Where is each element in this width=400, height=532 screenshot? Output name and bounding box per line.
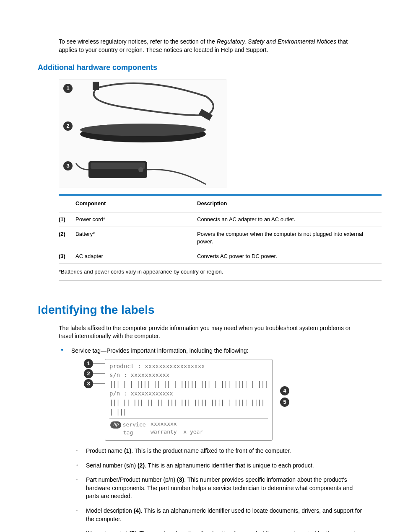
sub-desc: . This number describes the duration (in… — [136, 530, 361, 532]
callout-badge-1: 1 — [84, 359, 93, 368]
product-line: product : xxxxxxxxxxxxxxxxx — [109, 362, 268, 371]
service-text2: tag — [123, 429, 133, 436]
row-desc: Connects an AC adapter to an AC outlet. — [197, 212, 382, 227]
sub-desc: . This is an alphanumeric identifier tha… — [145, 462, 314, 469]
sub-desc: . This is the product name affixed to th… — [131, 447, 291, 454]
list-item: Model description (4). This is an alphan… — [71, 507, 362, 523]
row-name: Battery* — [75, 227, 197, 249]
callout-badge-5: 5 — [280, 398, 289, 407]
row-desc: Powers the computer when the computer is… — [197, 227, 382, 249]
row-name: Power cord* — [75, 212, 197, 227]
pn-line: p/n : xxxxxxxxxxxx — [109, 390, 173, 397]
sub-label: Part number/Product number (p/n) — [86, 476, 177, 483]
svg-rect-0 — [199, 109, 213, 121]
sub-num: (1) — [124, 447, 131, 454]
service-tag-intro: Service tag—Provides important informati… — [71, 347, 249, 354]
table-header-description: Description — [197, 195, 382, 212]
svg-point-3 — [80, 124, 206, 136]
sub-num: (2) — [138, 462, 145, 469]
table-footnote: *Batteries and power cords vary in appea… — [59, 264, 382, 280]
list-item: Service tag—Provides important informati… — [59, 347, 362, 532]
list-item: Serial number (s/n) (2). This is an alph… — [71, 462, 362, 470]
intro-paragraph: To see wireless regulatory notices, refe… — [59, 38, 362, 54]
sub-label: Model description — [86, 507, 134, 514]
table-row: (1) Power cord* Connects an AC adapter t… — [59, 212, 382, 227]
sub-list: Product name (1). This is the product na… — [71, 447, 362, 532]
table-header-component: Component — [75, 195, 197, 212]
row-num: (1) — [59, 212, 75, 227]
row-name: AC adapter — [75, 249, 197, 264]
callout-badge-4: 4 — [280, 386, 289, 395]
sn-line: s/n : xxxxxxxxxxx — [109, 372, 169, 378]
callout-badge-2: 2 — [84, 369, 93, 378]
row-desc: Converts AC power to DC power. — [197, 249, 382, 264]
svg-rect-1 — [93, 82, 99, 90]
barcode-icon: ||| | | |||| || || | ||||| ||| | ||| |||… — [109, 380, 268, 389]
svg-point-6 — [138, 167, 143, 172]
sub-label: Product name — [86, 447, 124, 454]
list-item: Warranty period (5). This number describ… — [71, 529, 362, 532]
major-heading-identifying-labels: Identifying the labels — [38, 302, 362, 318]
intro-text-part1: To see wireless regulatory notices, refe… — [59, 38, 217, 45]
list-item: Part number/Product number (p/n) (3). Th… — [71, 476, 362, 501]
svg-rect-5 — [91, 163, 145, 169]
sub-label: Warranty period — [86, 530, 129, 532]
warranty-value: x year — [183, 429, 203, 435]
barcode-icon: ||| || ||| || || ||| ||| |||| |||| | |||… — [109, 398, 268, 417]
list-item: Product name (1). This is the product na… — [71, 447, 362, 455]
service-text1: service — [123, 421, 146, 428]
hp-logo-icon: hp — [110, 421, 121, 429]
service-tag-illustration: 1 2 3 4 5 product : xxxxxxxxxxxxxxxxx s/… — [84, 359, 289, 441]
hardware-components-illustration: 1 2 3 — [59, 79, 226, 188]
section-heading-additional-hardware: Additional hardware components — [38, 62, 362, 73]
sub-num: (5) — [129, 530, 136, 532]
intro-italic: Regulatory, Safety and Environmental Not… — [217, 38, 336, 45]
row-num: (3) — [59, 249, 75, 264]
labels-intro-paragraph: The labels affixed to the computer provi… — [59, 324, 362, 341]
sub-label: Serial number (s/n) — [86, 462, 138, 469]
model-text: xxxxxxxx — [151, 421, 177, 427]
sub-num: (3) — [177, 476, 184, 483]
component-table: Component Description (1) Power cord* Co… — [59, 194, 382, 280]
sub-num: (4) — [134, 507, 141, 514]
table-row: (3) AC adapter Converts AC power to DC p… — [59, 249, 382, 264]
warranty-label: warranty — [151, 429, 177, 435]
callout-badge-3: 3 — [84, 379, 93, 388]
table-row: (2) Battery* Powers the computer when th… — [59, 227, 382, 249]
row-num: (2) — [59, 227, 75, 249]
bullet-list: Service tag—Provides important informati… — [59, 347, 362, 532]
service-tag-box: product : xxxxxxxxxxxxxxxxx s/n : xxxxxx… — [105, 359, 273, 441]
